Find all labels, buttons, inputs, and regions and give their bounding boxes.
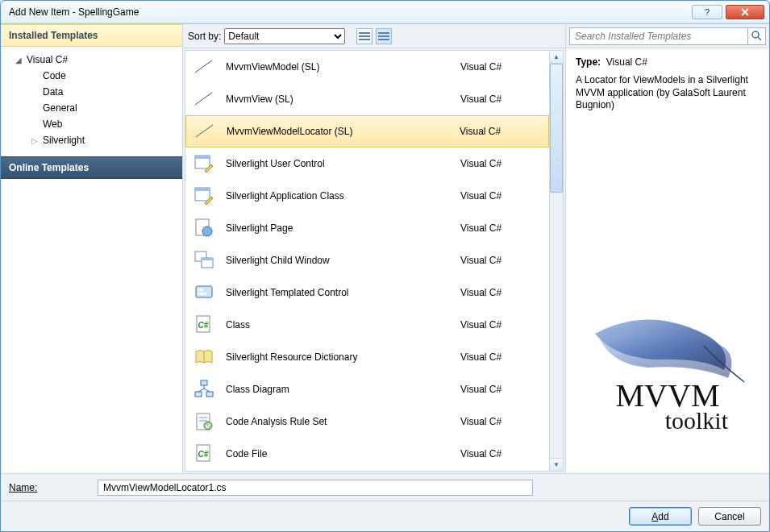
template-language: Visual C# bbox=[460, 190, 517, 202]
template-language: Visual C# bbox=[460, 94, 517, 105]
template-language: Visual C# bbox=[460, 287, 517, 298]
cancel-label: Cancel bbox=[714, 511, 744, 522]
help-button[interactable]: ? bbox=[692, 5, 722, 19]
search-bar bbox=[566, 24, 769, 48]
template-language: Visual C# bbox=[460, 61, 517, 73]
template-name: MvvmView (SL) bbox=[226, 94, 449, 105]
tree-node-visualcsharp[interactable]: ◢ Visual C# bbox=[1, 52, 182, 68]
template-name: MvvmViewModel (SL) bbox=[226, 61, 449, 73]
template-name: Class bbox=[226, 319, 449, 330]
template-row[interactable]: Silverlight Application ClassVisual C# bbox=[185, 180, 549, 212]
template-language: Visual C# bbox=[460, 255, 517, 266]
detail-type-label: Type: bbox=[576, 56, 601, 68]
tree-node-data[interactable]: Data bbox=[1, 84, 182, 100]
tree-node-code[interactable]: Code bbox=[1, 68, 182, 84]
name-bar: Name: bbox=[1, 473, 769, 501]
svg-line-25 bbox=[758, 37, 761, 40]
template-row[interactable]: C#ClassVisual C# bbox=[185, 309, 549, 341]
svg-rect-9 bbox=[196, 286, 212, 297]
main: Sort by: Default MvvmViewModel (SL)Visua… bbox=[183, 24, 769, 473]
scroll-down-button[interactable]: ▼ bbox=[550, 458, 563, 471]
search-icon bbox=[751, 31, 762, 41]
name-label: Name: bbox=[9, 482, 57, 493]
template-row[interactable]: Silverlight Templated ControlVisual C# bbox=[185, 276, 549, 309]
sort-dropdown[interactable]: Default bbox=[224, 28, 345, 44]
template-language: Visual C# bbox=[460, 351, 517, 363]
template-row[interactable]: Silverlight User ControlVisual C# bbox=[185, 148, 549, 180]
template-language: Visual C# bbox=[460, 416, 517, 427]
close-button[interactable] bbox=[726, 5, 764, 19]
template-row[interactable]: C#Code FileVisual C# bbox=[185, 438, 549, 470]
name-input[interactable] bbox=[98, 480, 533, 496]
svg-text:C#: C# bbox=[198, 321, 209, 330]
template-row[interactable]: Silverlight PageVisual C# bbox=[185, 212, 549, 244]
sort-label: Sort by: bbox=[188, 31, 221, 42]
cs-file-icon: C# bbox=[194, 314, 214, 335]
mvvm-toolkit-logo: MVVM toolkit bbox=[576, 301, 760, 465]
detail-body: Type: Visual C# A Locator for ViewModels… bbox=[566, 48, 769, 473]
detail-description: A Locator for ViewModels in a Silverligh… bbox=[576, 74, 760, 112]
tree-label: Visual C# bbox=[27, 54, 68, 65]
feather-icon bbox=[194, 56, 214, 77]
vertical-scrollbar[interactable]: ▲ ▼ bbox=[549, 50, 564, 472]
add-button[interactable]: Add bbox=[629, 507, 692, 526]
scroll-up-button[interactable]: ▲ bbox=[550, 51, 563, 64]
book-icon bbox=[194, 347, 214, 368]
svg-point-5 bbox=[202, 227, 212, 236]
svg-point-24 bbox=[752, 31, 759, 38]
search-button[interactable] bbox=[748, 27, 766, 45]
window-pencil-icon bbox=[194, 153, 214, 174]
page-globe-icon bbox=[194, 218, 214, 239]
content: Installed Templates ◢ Visual C# Code Dat… bbox=[1, 23, 769, 473]
titlebar: Add New Item - SpellingGame ? bbox=[1, 1, 769, 23]
template-row[interactable]: Silverlight Resource DictionaryVisual C# bbox=[185, 341, 549, 373]
scrollbar-thumb[interactable] bbox=[550, 64, 563, 193]
list-column: Sort by: Default MvvmViewModel (SL)Visua… bbox=[183, 24, 566, 473]
button-bar: Add Cancel bbox=[1, 501, 769, 531]
cancel-button[interactable]: Cancel bbox=[698, 507, 761, 526]
online-templates-header[interactable]: Online Templates bbox=[1, 156, 182, 179]
template-language: Visual C# bbox=[460, 319, 517, 330]
svg-rect-8 bbox=[202, 258, 213, 260]
ruleset-icon bbox=[194, 411, 214, 432]
scrollbar-track[interactable] bbox=[550, 193, 563, 458]
close-icon bbox=[740, 8, 750, 16]
svg-rect-16 bbox=[195, 392, 202, 397]
view-small-icons-button[interactable] bbox=[356, 28, 373, 44]
template-list[interactable]: MvvmViewModel (SL)Visual C#MvvmView (SL)… bbox=[185, 50, 549, 472]
template-name: Class Diagram bbox=[226, 384, 449, 395]
tree-node-silverlight[interactable]: ▷ Silverlight bbox=[1, 132, 182, 148]
view-details-button[interactable] bbox=[376, 28, 392, 44]
feather-icon bbox=[194, 89, 214, 110]
template-name: Silverlight Child Window bbox=[226, 255, 449, 266]
search-input[interactable] bbox=[569, 27, 748, 45]
template-name: Silverlight Page bbox=[226, 222, 449, 234]
svg-rect-17 bbox=[206, 392, 213, 397]
svg-rect-10 bbox=[198, 289, 203, 291]
template-language: Visual C# bbox=[460, 384, 517, 395]
template-row[interactable]: Silverlight Child WindowVisual C# bbox=[185, 244, 549, 276]
template-row[interactable]: Class DiagramVisual C# bbox=[185, 373, 549, 405]
detail-type-line: Type: Visual C# bbox=[576, 56, 760, 68]
svg-rect-1 bbox=[195, 156, 210, 159]
svg-rect-15 bbox=[201, 380, 207, 385]
template-row[interactable]: MvvmViewModelLocator (SL)Visual C# bbox=[185, 115, 549, 148]
svg-text:C#: C# bbox=[198, 450, 209, 459]
sidebar: Installed Templates ◢ Visual C# Code Dat… bbox=[1, 24, 183, 473]
template-row[interactable]: MvvmViewModel (SL)Visual C# bbox=[185, 51, 549, 83]
installed-templates-header[interactable]: Installed Templates bbox=[1, 24, 182, 47]
template-tree: ◢ Visual C# Code Data General Web ▷ Silv… bbox=[1, 47, 182, 156]
svg-rect-11 bbox=[198, 293, 206, 295]
tree-node-web[interactable]: Web bbox=[1, 116, 182, 132]
chevron-right-icon: ▷ bbox=[31, 136, 40, 145]
template-name: Silverlight Templated Control bbox=[226, 287, 449, 298]
template-row[interactable]: Code Analysis Rule SetVisual C# bbox=[185, 405, 549, 438]
tree-label: Web bbox=[43, 118, 62, 130]
template-row[interactable]: MvvmView (SL)Visual C# bbox=[185, 83, 549, 115]
window-pencil-icon bbox=[194, 185, 214, 206]
template-language: Visual C# bbox=[460, 158, 517, 169]
tree-node-general[interactable]: General bbox=[1, 100, 182, 116]
svg-text:toolkit: toolkit bbox=[665, 407, 729, 434]
template-language: Visual C# bbox=[460, 126, 516, 137]
template-name: MvvmViewModelLocator (SL) bbox=[227, 126, 448, 137]
